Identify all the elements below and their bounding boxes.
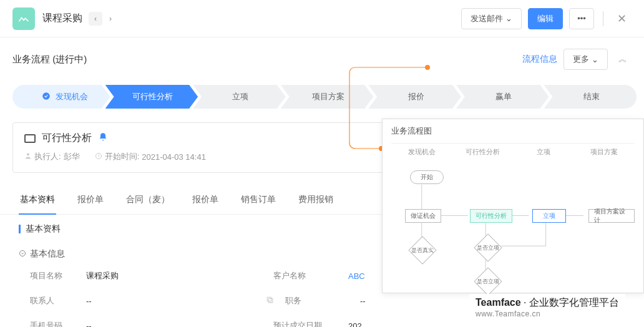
process-title: 业务流程 (进行中) [12,54,87,66]
field-value-project: 课程采购 [86,270,273,281]
tab-quote2[interactable]: 报价单 [191,185,220,214]
divider [603,11,603,26]
tab-sales-order[interactable]: 销售订单 [240,185,277,214]
connector-start-dot [425,65,430,70]
svg-point-3 [20,251,26,256]
flow-header: 项目方案 [574,147,635,157]
close-icon: ✕ [617,12,627,25]
pipeline-step-end[interactable]: 结束 [544,85,637,109]
flow-header: 发现机会 [391,147,452,157]
pipeline-step-win[interactable]: 赢单 [456,85,549,109]
svg-rect-5 [267,297,271,301]
svg-rect-4 [268,298,273,303]
send-mail-label: 发送邮件 [471,13,503,24]
flow-node-feasibility[interactable]: 可行性分析 [470,209,512,223]
flow-decision-real[interactable]: 是否真实 [407,235,437,265]
flow-info-link[interactable]: 流程信息 [522,54,557,65]
pipeline-step-plan[interactable]: 项目方案 [281,85,374,109]
process-more-button[interactable]: 更多 ⌄ [564,49,608,70]
chevron-down-icon: ⌄ [592,55,598,64]
brand-name: Teamface [476,297,521,308]
person-icon [24,152,32,162]
process-pipeline: 发现机会 可行性分析 立项 项目方案 报价 赢单 结束 [0,77,644,116]
step-label: 立项 [232,91,248,102]
collapse-button[interactable]: ︽ [614,51,632,68]
step-label: 报价 [408,91,424,102]
step-label: 可行性分析 [132,91,173,102]
heading-bar-icon [19,225,21,233]
tab-expense[interactable]: 费用报销 [297,185,334,214]
current-task-card: 可行性分析 执行人: 彭华 开始时间: 2021-04-03 14:41 [12,122,387,173]
collapse-icon [19,249,26,259]
app-icon [12,7,35,30]
flow-node-plan[interactable]: 项目方案设计 [588,209,635,223]
process-more-label: 更多 [573,54,589,65]
chevron-down-icon: ⌄ [505,14,512,23]
ellipsis-icon: ••• [577,14,586,23]
pipeline-step-setup[interactable]: 立项 [193,85,286,109]
bell-icon[interactable] [98,132,108,144]
tab-quote[interactable]: 报价单 [76,185,105,214]
copy-icon[interactable] [266,296,274,306]
more-actions-button[interactable]: ••• [569,8,594,29]
flow-decision-setup1[interactable]: 是否立项 [473,233,503,263]
sub-heading-text: 基本信息 [30,248,65,260]
field-label-customer: 客户名称 [273,270,348,281]
step-label: 项目方案 [312,91,344,102]
step-label: 结束 [583,91,600,102]
field-value-mobile: -- [86,321,273,328]
clock-icon [95,152,102,162]
flow-diagram-panel: 业务流程图 发现机会 可行性分析 立项 项目方案 开始 做证机会 可行性分析 立… [382,119,644,293]
step-label: 赢单 [495,91,512,102]
flow-column-headers: 发现机会 可行性分析 立项 项目方案 [391,143,635,157]
pipeline-step-quote[interactable]: 报价 [368,85,461,109]
executor-label: 执行人: [34,151,61,162]
brand-watermark: Teamface · 企业数字化管理平台 www.Teamface.cn [469,294,625,321]
brand-tagline: · 企业数字化管理平台 [524,297,619,308]
executor-name: 彭华 [64,151,80,162]
svg-point-1 [27,153,29,155]
task-rect-icon [24,134,36,143]
flow-node-start[interactable]: 开始 [410,170,444,184]
start-time-value: 2021-04-03 14:41 [142,152,206,162]
tab-contract[interactable]: 合同（麦） [125,185,171,214]
field-label-position: 职务 [285,295,360,306]
pipeline-step-found[interactable]: 发现机会 [12,85,110,109]
flow-header: 可行性分析 [452,147,514,157]
next-record-button[interactable]: › [104,12,117,26]
flow-decision-setup2[interactable]: 是否立项 [473,266,503,296]
start-time-label: 开始时间: [105,151,140,162]
flow-panel-title: 业务流程图 [391,125,635,137]
tab-basic[interactable]: 基本资料 [19,185,56,214]
step-label: 发现机会 [56,91,88,102]
prev-record-button[interactable]: ‹ [89,12,102,26]
page-title: 课程采购 [42,12,82,25]
field-value-contact: -- [86,296,273,306]
double-chevron-up-icon: ︽ [618,54,627,65]
heading-text: 基本资料 [26,223,61,235]
field-value-closedate: 202 [348,321,614,328]
task-name: 可行性分析 [42,132,92,145]
flow-header: 立项 [513,147,574,157]
close-button[interactable]: ✕ [612,9,632,28]
send-mail-button[interactable]: 发送邮件 ⌄ [461,8,522,29]
flow-node-evidence[interactable]: 做证机会 [405,209,441,223]
field-label-mobile: 手机号码 [30,320,86,327]
pipeline-step-feasibility[interactable]: 可行性分析 [105,85,198,109]
edit-button[interactable]: 编辑 [528,8,563,29]
check-icon [42,92,51,102]
edit-label: 编辑 [537,13,554,24]
field-label-closedate: 预计成交日期 [273,320,348,327]
svg-point-0 [42,92,50,100]
flow-node-setup[interactable]: 立项 [532,209,566,223]
field-label-project: 项目名称 [30,270,86,281]
brand-url: www.Teamface.cn [476,310,619,318]
field-label-contact: 联系人 [30,295,86,306]
